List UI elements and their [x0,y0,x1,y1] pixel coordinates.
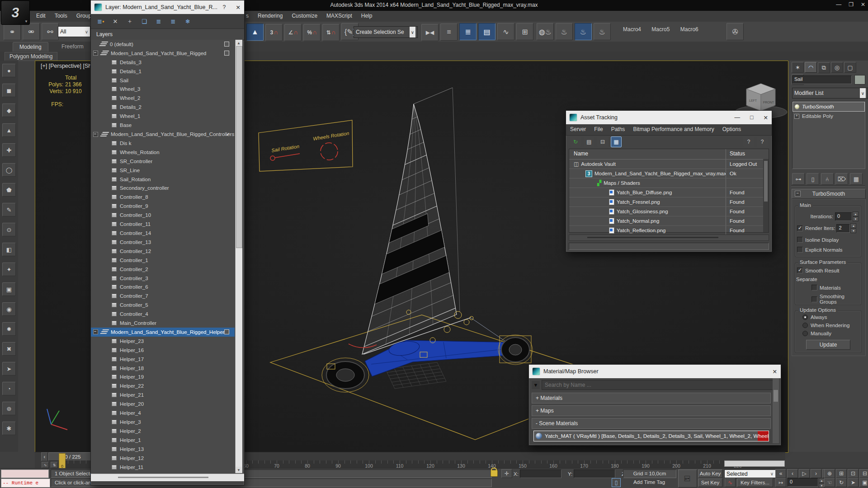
current-layer-icon[interactable] [224,329,229,334]
set-current-layer-icon[interactable]: ≣ [153,15,165,27]
layer-scrollbar[interactable]: ▲ ▼ [235,40,242,473]
schematic-view-icon[interactable]: ⊞ [516,23,533,40]
asset-row[interactable]: Yatch_Glossiness.pngFound [569,207,769,216]
layer-row[interactable]: Modern_Land_Sand_Yacht_Blue_Rigged_Helpe… [91,328,235,337]
ribbon-tool-icon[interactable]: ◧ [2,243,16,256]
menu-edit[interactable]: Edit [32,11,50,21]
render-production-icon[interactable]: ♨ [575,23,592,40]
asset-scrollbar[interactable] [763,159,769,232]
layer-row[interactable]: Controller_1 [91,256,235,265]
asset-menu-file[interactable]: File [590,124,607,134]
menu-maxscript[interactable]: MAXScript [322,11,357,21]
track-toggle-icon[interactable]: ⇅ [51,462,58,468]
collapse-icon[interactable] [93,329,98,334]
sail-rotation-control[interactable] [270,156,275,160]
sail-mesh[interactable] [362,104,457,354]
layer-manager-icon[interactable]: ≣ [459,23,476,40]
time-slider[interactable]: 0 / 225 [48,452,97,461]
layer-row[interactable]: Helper_19 [91,373,235,382]
layer-row[interactable]: Controller_4 [91,310,235,319]
transform-gizmo-icon[interactable]: ✛ [501,469,512,478]
list-view-icon[interactable]: ▤ [584,136,594,147]
tab-create[interactable]: ✶ [792,62,804,73]
application-button[interactable]: 3 ▼ [1,0,30,25]
status-column-header[interactable]: Status [726,149,769,159]
asset-row[interactable]: Yatch_Blue_Diffuse.pngFound [569,188,769,197]
when-rendering-radio[interactable] [802,323,808,328]
layer-row[interactable]: Dis k [91,139,235,148]
layer-row[interactable]: Helper_1 [91,436,235,445]
layer-dialog-titlebar[interactable]: Layer: Modern_Land_Sand_Yacht_Blue_R... … [91,0,244,14]
configure-modifier-sets-icon[interactable]: ▦ [850,173,863,185]
curve-editor-icon[interactable]: ∿ [497,23,514,40]
help-icon[interactable]: ? [757,136,768,147]
x-coord-field[interactable] [520,469,561,478]
maxscript-listener-error[interactable]: -- Runtime e [1,479,50,488]
ribbon-tool-icon[interactable]: ⊚ [2,402,16,415]
asset-row[interactable]: Yatch_Normal.pngFound [569,216,769,226]
ribbon-toggle-icon[interactable]: ▤ [478,23,495,40]
close-icon[interactable]: ✕ [236,4,241,11]
layer-row[interactable]: Controller_11 [91,220,235,229]
collapse-icon[interactable]: − [795,191,801,197]
layer-row[interactable]: Controller_7 [91,291,235,300]
set-keys-button[interactable]: ⚿ [678,469,697,488]
selection-filter-dropdown[interactable]: All ∨ [58,26,90,37]
help-icon[interactable]: ? [223,4,226,10]
layer-row[interactable]: Wheel_1 [91,112,235,121]
show-end-result-icon[interactable]: ▯ [807,173,819,185]
viewport-label[interactable]: [+] [Perspective] [Sh [41,63,91,69]
unlink-selection-icon[interactable]: ⚮ [23,23,40,40]
get-layer-from-selection-icon[interactable]: ≣ [167,15,179,27]
close-button[interactable]: ✕ [861,1,865,8]
key-tangent-icon[interactable]: ∿ [725,478,736,487]
layer-row[interactable]: Controller_9 [91,202,235,211]
close-icon[interactable]: ✕ [764,114,768,121]
asset-menu-options[interactable]: Options [718,124,745,134]
layer-row[interactable]: Wheels_Rotation [91,148,235,157]
layer-row[interactable]: Helper_20 [91,399,235,408]
maxscript-mini-listener[interactable] [1,469,49,478]
modifier-onoff-icon[interactable] [795,104,799,109]
minimize-icon[interactable]: — [734,114,740,121]
pan-view-icon[interactable]: ☜ [824,478,835,487]
manually-radio[interactable] [802,331,808,336]
percent-snap-toggle-icon[interactable]: %∩ [303,24,321,41]
layer-row[interactable]: Main_Controller [91,319,235,328]
layer-row[interactable]: Details_1 [91,67,235,76]
ribbon-tool-icon[interactable]: ✚ [2,143,16,157]
zoom-icon[interactable]: ⊕ [824,469,835,478]
layer-row[interactable]: Controller_8 [91,192,235,202]
minimize-button[interactable]: — [836,1,841,8]
object-name-field[interactable]: Sail [792,75,852,84]
maximize-viewport-icon[interactable]: ▣ [859,478,868,487]
tab-modify[interactable]: ◠ [805,62,817,73]
layer-row[interactable]: Helper_12 [91,454,235,463]
yacht-chassis[interactable] [365,339,522,376]
play-icon[interactable]: ▷ [799,469,810,478]
iterations-spinner[interactable]: ▲▼ [853,211,859,221]
asset-row[interactable]: ◫Autodesk VaultLogged Out [569,160,769,169]
current-layer-icon[interactable] [224,42,229,47]
layer-row[interactable]: Helper_3 [91,418,235,427]
render-iters-field[interactable]: 2 [836,224,850,233]
key-mode-dropdown[interactable]: Selected ∨ [724,469,776,478]
asset-row[interactable]: Yatch_Reflection.pngFound [569,226,769,235]
scrollbar-thumb[interactable] [236,46,242,248]
always-radio[interactable] [802,314,808,320]
tab-hierarchy[interactable]: ⧉ [818,62,830,73]
smoothing-groups-checkbox[interactable] [811,296,817,302]
modifier-list-dropdown[interactable]: Modifier List ∨ [792,88,868,99]
walk-through-icon[interactable]: ➤ [848,478,859,487]
ribbon-tool-icon[interactable]: ◆ [2,103,16,117]
layer-row[interactable]: Wheel_2 [91,94,235,103]
ribbon-tool-icon[interactable]: ▣ [2,282,16,296]
previous-frame-arrow[interactable]: ‹ [41,452,48,461]
pin-stack-icon[interactable]: ⊶ [792,173,805,185]
asset-row[interactable]: ▞Maps / Shaders [569,178,769,188]
ribbon-tool-icon[interactable]: ✱ [2,422,16,435]
asset-hscrollbar[interactable] [569,235,769,241]
key-filters-button[interactable]: Key Filters... [737,479,773,487]
asset-menu-paths[interactable]: Paths [607,124,629,134]
ribbon-tool-icon[interactable]: ➤ [2,362,16,375]
